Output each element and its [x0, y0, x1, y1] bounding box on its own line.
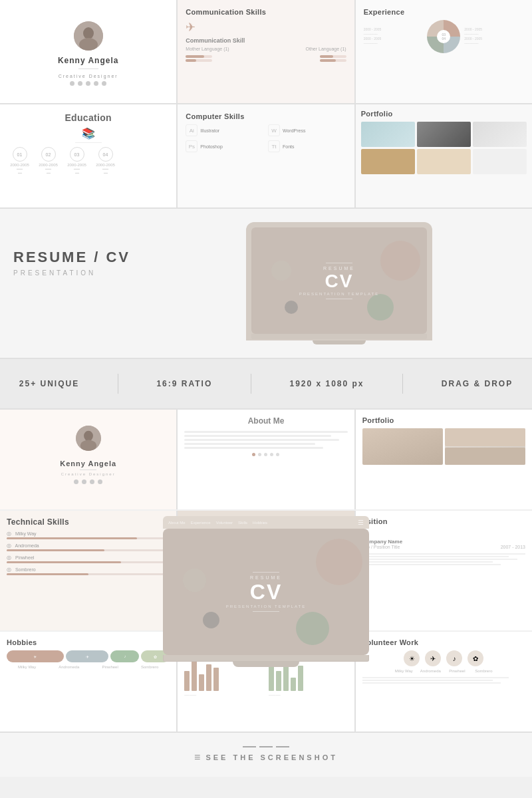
prof-bar-5	[213, 668, 219, 691]
stat-resolution: 1920 x 1080 px	[289, 379, 364, 388]
hobbies-slide: Hobbies ☀ ✈ ♪ ✿ Milky Way Andromeda Pinw…	[0, 632, 176, 732]
about-line-2	[184, 435, 331, 437]
tech-item-pinwheel: ◎ Pinwheel	[7, 555, 170, 563]
stat-ratio-label: 16:9 RATIO	[156, 379, 212, 388]
about-dot-5	[276, 453, 279, 456]
hobby-bar-3: ♪	[110, 650, 139, 662]
central-template-label: PRESENTATION TEMPLATE	[226, 604, 307, 608]
social-icon-5	[102, 81, 106, 86]
experience-pie-chart: 0304	[427, 20, 460, 53]
hobby-label-2: Andromeda	[59, 665, 79, 669]
central-laptop-content: RESUME CV PRESENTATION TEMPLATE	[226, 569, 307, 614]
profile2-avatar	[76, 426, 101, 451]
profile-divider	[78, 68, 98, 69]
hobby-label-1: Milky Way	[18, 665, 36, 669]
communication-subtitle: Communication Skill	[186, 37, 346, 44]
tech-bar-bg-2	[7, 549, 170, 551]
presentation-subtitle: PRESENTATION	[13, 269, 146, 277]
stat-dragdrop: DRAG & DROP	[442, 379, 513, 388]
social-icon-2	[78, 81, 82, 86]
portfolio2-title: Portfolio	[362, 416, 525, 424]
prof-bar-4	[206, 664, 211, 691]
portfolio-img-5	[417, 149, 471, 174]
central-circle-2	[296, 612, 329, 645]
position-description-lines	[362, 553, 525, 565]
skill-fonts: Tt Fonts	[268, 140, 346, 152]
skill-name-wordpress: WordPress	[283, 128, 306, 133]
volunteer-icons: ☀ ✈ ♪ ✿	[362, 650, 525, 666]
pers-bar-5	[298, 666, 303, 691]
nav-link-hobbies: Hobbies	[253, 521, 267, 525]
laptop-circle-3	[271, 261, 291, 281]
about-line-1	[184, 431, 347, 433]
position-slide: osition Company Name Job / Position Titl…	[356, 511, 532, 630]
company-name: Company Name	[362, 539, 525, 545]
stat-dragdrop-label: DRAG & DROP	[442, 379, 513, 388]
skill-wordpress: W WordPress	[268, 124, 346, 136]
prof-bar-3	[199, 674, 204, 691]
lang-label-1: Mother Language (1)	[186, 47, 229, 51]
computer-skills-slide: Computer Skills Ai Illustrator W WordPre…	[178, 104, 354, 207]
skill-name-fonts: Fonts	[283, 144, 295, 149]
pers-bar-4	[291, 678, 296, 691]
central-laptop-stand	[233, 662, 299, 667]
social-icons	[70, 81, 106, 86]
lang-bar-group-1	[186, 54, 212, 62]
laptop-stand	[313, 340, 366, 344]
profile2-social-2	[82, 479, 86, 484]
position-title: osition	[362, 517, 525, 525]
laptop-base	[251, 334, 427, 339]
portfolio-slide: Portfolio	[356, 104, 532, 207]
pos-line-5	[362, 564, 501, 565]
stat-ratio: 16:9 RATIO	[156, 379, 212, 388]
portfolio-img-1	[361, 122, 415, 147]
tech-bar-3	[7, 561, 121, 563]
tech-bar-bg-1	[7, 537, 170, 539]
lang-row-1: Mother Language (1) Other Language (1)	[186, 47, 346, 51]
about-dot-1	[252, 453, 255, 456]
about-dot-2	[258, 453, 261, 456]
edu-circle-1: 01 2000-2005 ━━━━━	[8, 147, 31, 175]
vol-icon-4: ✿	[467, 650, 483, 666]
stat-divider-1	[118, 374, 118, 394]
hobby-bar-1: ☀	[7, 650, 64, 662]
laptop-content: RESUME CV PRESENTATION TEMPLATE	[299, 260, 380, 302]
laptop-screen: RESUME CV PRESENTATION TEMPLATE	[251, 227, 427, 334]
paper-plane-icon: ✈	[186, 20, 346, 35]
lang-bar-fill-4	[320, 59, 336, 62]
position-details: Job / Position Title 2007 - 2013	[362, 545, 525, 549]
portfolio2-img-2b	[445, 448, 525, 466]
lang-bar-bg-3	[320, 55, 346, 58]
profile2-content: Kenny Angela Creative Designer	[7, 416, 170, 484]
vol-label-4: Sombrero	[473, 669, 494, 673]
central-laptop-base	[163, 655, 369, 662]
bottom-overlap-section: Kenny Angela Creative Designer About Me	[0, 410, 532, 630]
technical-skills-slide: Technical Skills ◎ Milky Way ◎ Andromeda…	[0, 511, 176, 630]
portfolio-img-2	[417, 122, 471, 147]
bottom-slide-grid: Kenny Angela Creative Designer About Me	[0, 410, 532, 509]
pie-center: 0304	[437, 30, 450, 43]
tech-bar-bg-3	[7, 561, 170, 563]
about-me-slide: About Me	[178, 410, 354, 509]
vol-icon-2: ✈	[425, 650, 441, 666]
middle-section: RESUME / CV PRESENTATION RESUME CV	[0, 209, 532, 358]
portfolio-img-4	[361, 149, 415, 174]
edu-circle-2: 02 2000-2005 ━━━━━	[37, 147, 60, 175]
skill-name-photoshop: Photoshop	[200, 144, 222, 149]
vol-label-1: Milky Way	[393, 669, 414, 673]
lang-bars	[186, 54, 346, 62]
top-slide-grid: Kenny Angela Creative Designer Communica…	[0, 0, 532, 104]
central-div-bottom	[253, 611, 279, 612]
tech-bar-2	[7, 549, 104, 551]
hobbies-title: Hobbies	[7, 638, 170, 646]
vol-label-2: Andromeda	[420, 669, 441, 673]
edu-desc-2: ━━━━━	[37, 167, 60, 175]
illustrator-icon: Ai	[186, 124, 198, 136]
stat-resolution-label: 1920 x 1080 px	[289, 379, 364, 388]
edu-num-1: 01	[13, 147, 27, 162]
edu-circle-4: 04 2000-2005 ━━━━━	[94, 147, 117, 175]
top-slide-grid-row2: Education 📚 01 2000-2005 ━━━━━ 02 2000-2…	[0, 104, 532, 209]
about-line-5	[184, 447, 323, 449]
central-circle-4	[203, 612, 219, 628]
about-me-dots	[184, 453, 347, 456]
